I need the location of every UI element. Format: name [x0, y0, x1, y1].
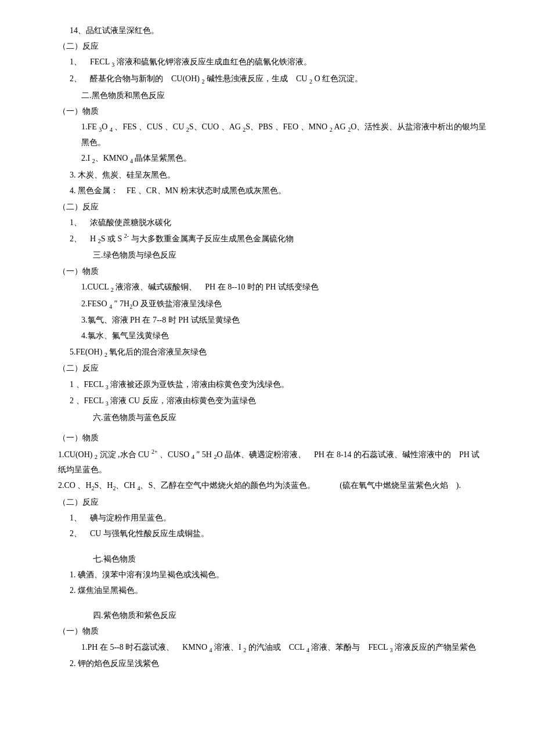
- line-26: 1.CU(OH) 2 沉淀 ,水合 CU 2+ 、CUSO 4 ″ 5H 2O …: [58, 447, 488, 478]
- line-17: 3.氯气、溶液 PH 在 7--8 时 PH 试纸呈黄绿色: [81, 313, 488, 327]
- line-15: 1.CUCL 2 液溶液、碱式碳酸铜、 PH 在 8--10 时的 PH 试纸变…: [81, 280, 488, 295]
- line-40: 1.PH 在 5--8 时石蕊试液、 KMNO 4 溶液、I 2 的汽油或 CC…: [81, 640, 488, 656]
- line-22: 2 、FECL 3 溶液 CU 反应，溶液由棕黄色变为蓝绿色: [70, 393, 488, 409]
- line-3: 2、 醛基化合物与新制的 CU(OH) 2 碱性悬浊液反应，生成 CU 2 O …: [70, 71, 488, 87]
- line-19: 5.FE(OH) 2 氧化后的混合溶液呈灰绿色: [70, 345, 488, 360]
- line-27: 2.CO 、H2S、H2、CH 4、S、乙醇在空气中燃烧火焰的颜色均为淡蓝色。 …: [58, 478, 488, 494]
- spacer-32: [58, 547, 488, 552]
- line-8: 3. 木炭、焦炭、硅呈灰黑色。: [70, 168, 488, 182]
- spacer-24: [58, 426, 488, 431]
- line-39: （一）物质: [58, 624, 488, 638]
- line-30: 2、 CU 与强氧化性酸反应生成铜盐。: [70, 526, 488, 541]
- line-6: 1.FE 3O 4 、FES 、CUS 、CU 2S、CUO 、AG 2S、PB…: [81, 120, 488, 150]
- line-18: 4.氯水、氟气呈浅黄绿色: [81, 328, 488, 343]
- line-4: 二.黑色物质和黑色反应: [81, 88, 488, 103]
- spacer-31: [58, 542, 488, 547]
- line-2: 1、 FECL 3 溶液和硫氰化钾溶液反应生成血红色的硫氰化铁溶液。: [70, 55, 488, 70]
- spacer-37: [58, 603, 488, 608]
- line-29: 1、 碘与淀粉作用呈蓝色。: [70, 511, 488, 525]
- spacer-36: [58, 599, 488, 603]
- line-21: 1 、FECL 3 溶液被还原为亚铁盐，溶液由棕黄色变为浅绿色。: [70, 377, 488, 393]
- line-23: 六.蓝色物质与蓝色反应: [93, 410, 488, 425]
- line-38: 四.紫色物质和紫色反应: [93, 608, 488, 623]
- line-28: （二）反应: [58, 495, 488, 509]
- line-41: 2. 钾的焰色反应呈浅紫色: [70, 656, 488, 671]
- line-10: （二）反应: [58, 200, 488, 214]
- line-12: 2、 H 2S 或 S 2- 与大多数重金属离子反应生成黑色金属硫化物: [70, 231, 488, 247]
- line-25: （一）物质: [58, 431, 488, 445]
- line-34: 1. 碘酒、溴苯中溶有溴均呈褐色或浅褐色。: [70, 567, 488, 582]
- main-content: 14、品红试液呈深红色。（二）反应1、 FECL 3 溶液和硫氰化钾溶液反应生成…: [58, 23, 488, 671]
- line-20: （二）反应: [58, 361, 488, 375]
- line-14: （一）物质: [58, 264, 488, 278]
- line-0: 14、品红试液呈深红色。: [70, 23, 488, 38]
- line-9: 4. 黑色金属： FE 、CR、MN 粉末状态时成黑色或灰黑色。: [70, 183, 488, 198]
- line-35: 2. 煤焦油呈黑褐色。: [70, 583, 488, 598]
- line-7: 2.I 2、KMNO 4 晶体呈紫黑色。: [81, 151, 488, 167]
- line-5: （一）物质: [58, 104, 488, 118]
- line-13: 三.绿色物质与绿色反应: [93, 248, 488, 262]
- line-16: 2.FESO 4 ″ 7H2O 及亚铁盐溶液呈浅绿色: [81, 296, 488, 312]
- line-11: 1、 浓硫酸使蔗糖脱水碳化: [70, 215, 488, 230]
- line-1: （二）反应: [58, 39, 488, 53]
- line-33: 七.褐色物质: [93, 552, 488, 566]
